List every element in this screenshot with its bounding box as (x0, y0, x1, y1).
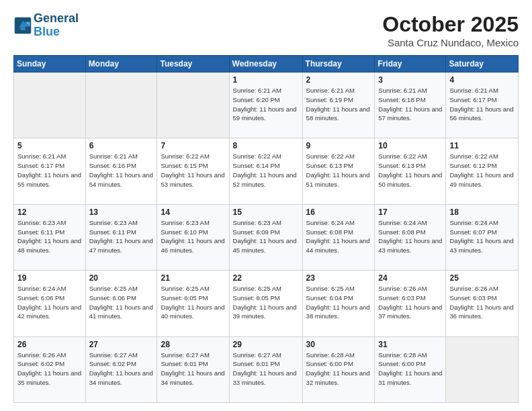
calendar-cell: 28Sunrise: 6:27 AM Sunset: 6:01 PM Dayli… (157, 336, 229, 402)
calendar-cell: 19Sunrise: 6:24 AM Sunset: 6:06 PM Dayli… (14, 271, 86, 336)
calendar-cell: 1Sunrise: 6:21 AM Sunset: 6:20 PM Daylig… (229, 73, 302, 138)
calendar-cell: 10Sunrise: 6:22 AM Sunset: 6:13 PM Dayli… (375, 138, 446, 204)
calendar-cell: 26Sunrise: 6:26 AM Sunset: 6:02 PM Dayli… (14, 336, 86, 402)
day-number: 18 (449, 208, 515, 217)
day-number: 25 (449, 273, 515, 283)
calendar-cell (85, 73, 157, 138)
header: General Blue October 2025 Santa Cruz Nun… (13, 12, 519, 48)
day-info: Sunrise: 6:23 AM Sunset: 6:11 PM Dayligh… (89, 218, 154, 255)
calendar-cell: 4Sunrise: 6:21 AM Sunset: 6:17 PM Daylig… (446, 73, 519, 138)
col-header-monday: Monday (85, 56, 157, 73)
day-number: 10 (378, 141, 442, 150)
calendar-cell: 14Sunrise: 6:23 AM Sunset: 6:10 PM Dayli… (157, 204, 229, 270)
calendar-cell: 3Sunrise: 6:21 AM Sunset: 6:18 PM Daylig… (375, 73, 446, 138)
day-number: 26 (17, 340, 82, 349)
col-header-friday: Friday (375, 56, 446, 73)
calendar-cell: 21Sunrise: 6:25 AM Sunset: 6:05 PM Dayli… (157, 271, 229, 336)
day-number: 30 (306, 340, 371, 349)
calendar-cell: 11Sunrise: 6:22 AM Sunset: 6:12 PM Dayli… (446, 138, 519, 204)
calendar-cell: 6Sunrise: 6:21 AM Sunset: 6:16 PM Daylig… (85, 138, 157, 204)
day-number: 24 (378, 273, 442, 283)
day-info: Sunrise: 6:21 AM Sunset: 6:17 PM Dayligh… (17, 152, 82, 189)
col-header-tuesday: Tuesday (157, 56, 229, 73)
day-info: Sunrise: 6:24 AM Sunset: 6:06 PM Dayligh… (17, 284, 82, 321)
day-info: Sunrise: 6:24 AM Sunset: 6:08 PM Dayligh… (306, 218, 371, 255)
day-number: 16 (306, 208, 371, 217)
day-number: 8 (233, 141, 299, 150)
day-info: Sunrise: 6:21 AM Sunset: 6:18 PM Dayligh… (378, 86, 442, 123)
day-number: 21 (161, 273, 225, 283)
calendar-cell: 7Sunrise: 6:22 AM Sunset: 6:15 PM Daylig… (157, 138, 229, 204)
logo: General Blue (13, 12, 79, 39)
day-info: Sunrise: 6:25 AM Sunset: 6:04 PM Dayligh… (306, 284, 371, 321)
calendar-cell: 16Sunrise: 6:24 AM Sunset: 6:08 PM Dayli… (302, 204, 375, 270)
calendar-cell: 18Sunrise: 6:24 AM Sunset: 6:07 PM Dayli… (446, 204, 519, 270)
calendar-week-5: 26Sunrise: 6:26 AM Sunset: 6:02 PM Dayli… (14, 336, 519, 402)
calendar-cell: 8Sunrise: 6:22 AM Sunset: 6:14 PM Daylig… (229, 138, 302, 204)
day-number: 6 (89, 141, 154, 150)
day-number: 12 (17, 208, 82, 217)
calendar-cell: 12Sunrise: 6:23 AM Sunset: 6:11 PM Dayli… (14, 204, 86, 270)
day-info: Sunrise: 6:27 AM Sunset: 6:01 PM Dayligh… (161, 351, 225, 387)
calendar-cell: 22Sunrise: 6:25 AM Sunset: 6:05 PM Dayli… (229, 271, 302, 336)
day-info: Sunrise: 6:22 AM Sunset: 6:12 PM Dayligh… (449, 152, 515, 189)
page: General Blue October 2025 Santa Cruz Nun… (0, 0, 532, 411)
day-number: 11 (449, 141, 515, 150)
calendar-week-1: 1Sunrise: 6:21 AM Sunset: 6:20 PM Daylig… (14, 73, 519, 138)
day-number: 17 (378, 208, 442, 217)
day-number: 3 (378, 75, 442, 85)
day-info: Sunrise: 6:25 AM Sunset: 6:05 PM Dayligh… (161, 284, 225, 321)
location: Santa Cruz Nundaco, Mexico (382, 37, 519, 48)
day-info: Sunrise: 6:28 AM Sunset: 6:00 PM Dayligh… (306, 351, 371, 387)
day-number: 15 (233, 208, 299, 217)
day-info: Sunrise: 6:26 AM Sunset: 6:03 PM Dayligh… (449, 284, 515, 321)
day-info: Sunrise: 6:22 AM Sunset: 6:13 PM Dayligh… (378, 152, 442, 189)
day-info: Sunrise: 6:22 AM Sunset: 6:14 PM Dayligh… (233, 152, 299, 189)
title-block: October 2025 Santa Cruz Nundaco, Mexico (382, 12, 519, 48)
day-number: 4 (449, 75, 515, 85)
calendar-cell (446, 336, 519, 402)
calendar-cell: 31Sunrise: 6:28 AM Sunset: 6:00 PM Dayli… (375, 336, 446, 402)
calendar-table: SundayMondayTuesdayWednesdayThursdayFrid… (13, 55, 519, 403)
calendar-cell (157, 73, 229, 138)
day-number: 28 (161, 340, 225, 349)
calendar-cell: 2Sunrise: 6:21 AM Sunset: 6:19 PM Daylig… (302, 73, 375, 138)
calendar-cell (14, 73, 86, 138)
day-info: Sunrise: 6:21 AM Sunset: 6:20 PM Dayligh… (233, 86, 299, 123)
day-info: Sunrise: 6:21 AM Sunset: 6:17 PM Dayligh… (449, 86, 515, 123)
calendar-header-row: SundayMondayTuesdayWednesdayThursdayFrid… (14, 56, 519, 73)
day-info: Sunrise: 6:25 AM Sunset: 6:06 PM Dayligh… (89, 284, 154, 321)
day-info: Sunrise: 6:22 AM Sunset: 6:15 PM Dayligh… (161, 152, 225, 189)
day-info: Sunrise: 6:25 AM Sunset: 6:05 PM Dayligh… (233, 284, 299, 321)
day-number: 9 (306, 141, 371, 150)
day-info: Sunrise: 6:28 AM Sunset: 6:00 PM Dayligh… (378, 351, 442, 387)
day-number: 27 (89, 340, 154, 349)
day-number: 7 (161, 141, 225, 150)
logo-icon (13, 16, 32, 35)
calendar-cell: 9Sunrise: 6:22 AM Sunset: 6:13 PM Daylig… (302, 138, 375, 204)
day-number: 5 (17, 141, 82, 150)
logo-text: General Blue (34, 12, 79, 39)
logo-line2: Blue (34, 26, 79, 39)
day-info: Sunrise: 6:27 AM Sunset: 6:02 PM Dayligh… (89, 351, 154, 387)
calendar-cell: 30Sunrise: 6:28 AM Sunset: 6:00 PM Dayli… (302, 336, 375, 402)
day-number: 14 (161, 208, 225, 217)
day-info: Sunrise: 6:23 AM Sunset: 6:09 PM Dayligh… (233, 218, 299, 255)
day-info: Sunrise: 6:27 AM Sunset: 6:01 PM Dayligh… (233, 351, 299, 387)
day-number: 22 (233, 273, 299, 283)
day-number: 31 (378, 340, 442, 349)
calendar-cell: 13Sunrise: 6:23 AM Sunset: 6:11 PM Dayli… (85, 204, 157, 270)
day-number: 1 (233, 75, 299, 85)
col-header-wednesday: Wednesday (229, 56, 302, 73)
day-info: Sunrise: 6:23 AM Sunset: 6:10 PM Dayligh… (161, 218, 225, 255)
day-number: 20 (89, 273, 154, 283)
col-header-sunday: Sunday (14, 56, 86, 73)
col-header-thursday: Thursday (302, 56, 375, 73)
day-number: 2 (306, 75, 371, 85)
calendar-cell: 29Sunrise: 6:27 AM Sunset: 6:01 PM Dayli… (229, 336, 302, 402)
day-info: Sunrise: 6:21 AM Sunset: 6:16 PM Dayligh… (89, 152, 154, 189)
calendar-cell: 15Sunrise: 6:23 AM Sunset: 6:09 PM Dayli… (229, 204, 302, 270)
day-info: Sunrise: 6:24 AM Sunset: 6:08 PM Dayligh… (378, 218, 442, 255)
calendar-week-4: 19Sunrise: 6:24 AM Sunset: 6:06 PM Dayli… (14, 271, 519, 336)
day-number: 23 (306, 273, 371, 283)
